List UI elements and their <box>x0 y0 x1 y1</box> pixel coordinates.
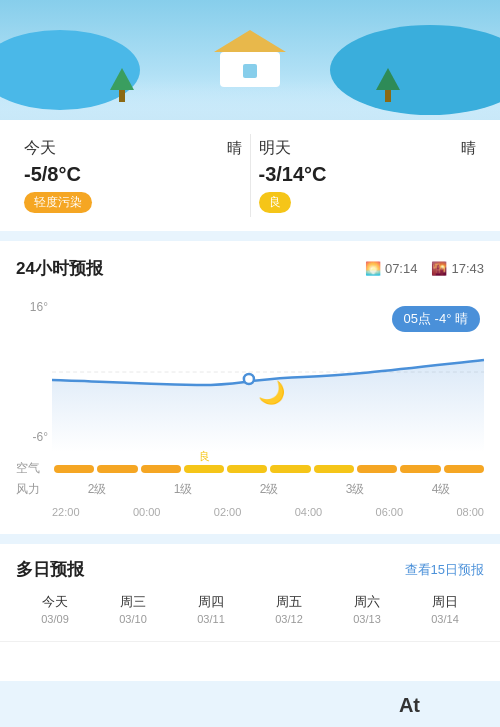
day-date-5: 03/14 <box>406 613 484 625</box>
house-decoration <box>214 30 286 87</box>
aq-bar-6 <box>270 465 310 473</box>
wind-row: 风力 2级 1级 2级 3级 4级 <box>16 481 484 498</box>
multiday-header: 多日预报 查看15日预报 <box>16 558 484 581</box>
time-label-5: 06:00 <box>376 506 404 518</box>
bottom-partial: At <box>0 641 500 681</box>
chart-tooltip: 05点 -4° 晴 <box>392 306 480 332</box>
time-label-2: 00:00 <box>133 506 161 518</box>
wind-label: 风力 <box>16 481 46 498</box>
wind-level-5: 4级 <box>432 481 451 498</box>
multiday-days-row: 今天 03/09 周三 03/10 周四 03/11 周五 03/12 周六 0… <box>16 593 484 627</box>
wind-level-3: 2级 <box>260 481 279 498</box>
tomorrow-card[interactable]: 明天 晴 -3/14°C 良 <box>250 134 485 217</box>
y-label-top: 16° <box>16 300 52 314</box>
today-card[interactable]: 今天 晴 -5/8°C 轻度污染 <box>16 134 250 217</box>
sunset-time: 17:43 <box>451 261 484 276</box>
day-label-3: 周五 <box>250 593 328 611</box>
chart-svg-area: 🌙 05点 -4° 晴 <box>52 292 484 452</box>
tomorrow-temp: -3/14°C <box>259 163 477 186</box>
sunrise-time: 07:14 <box>385 261 418 276</box>
aq-bar-7 <box>314 465 354 473</box>
temperature-chart: 16° -6° <box>16 292 484 452</box>
day-label-1: 周三 <box>94 593 172 611</box>
time-label-6: 08:00 <box>456 506 484 518</box>
time-label-4: 04:00 <box>295 506 323 518</box>
y-label-bottom: -6° <box>16 430 52 444</box>
y-axis: 16° -6° <box>16 292 52 452</box>
today-temp: -5/8°C <box>24 163 242 186</box>
day-col-sat: 周六 03/13 <box>328 593 406 627</box>
day-date-0: 03/09 <box>16 613 94 625</box>
aq-bar-3 <box>141 465 181 473</box>
day-date-4: 03/13 <box>328 613 406 625</box>
tomorrow-condition: 晴 <box>461 139 476 158</box>
svg-point-1 <box>244 374 254 384</box>
weather-today-section: 今天 晴 -5/8°C 轻度污染 明天 晴 -3/14°C 良 <box>0 120 500 231</box>
tomorrow-air-badge: 良 <box>259 192 291 213</box>
aq-bar-5 <box>227 465 267 473</box>
today-label: 今天 <box>24 138 56 159</box>
day-col-today: 今天 03/09 <box>16 593 94 627</box>
wind-level-1: 2级 <box>88 481 107 498</box>
multiday-section: 多日预报 查看15日预报 今天 03/09 周三 03/10 周四 03/11 … <box>0 544 500 641</box>
bottom-at-text: At <box>399 694 420 717</box>
day-label-5: 周日 <box>406 593 484 611</box>
day-col-thu: 周四 03/11 <box>172 593 250 627</box>
sunrise-item: 🌅 07:14 <box>365 261 418 276</box>
aq-bar-4: 良 <box>184 465 224 473</box>
tree-decoration2 <box>376 68 400 102</box>
today-condition: 晴 <box>227 139 242 158</box>
aq-bar-10 <box>444 465 484 473</box>
forecast-header: 24小时预报 🌅 07:14 🌇 17:43 <box>16 257 484 280</box>
day-date-3: 03/12 <box>250 613 328 625</box>
air-quality-row: 空气 良 <box>16 460 484 477</box>
sunset-icon: 🌇 <box>431 261 447 276</box>
day-col-wed: 周三 03/10 <box>94 593 172 627</box>
day-date-2: 03/11 <box>172 613 250 625</box>
time-axis: 22:00 00:00 02:00 04:00 06:00 08:00 <box>16 506 484 518</box>
time-label-1: 22:00 <box>52 506 80 518</box>
day-label-0: 今天 <box>16 593 94 611</box>
tree-decoration <box>110 68 134 102</box>
wind-level-2: 1级 <box>174 481 193 498</box>
day-label-2: 周四 <box>172 593 250 611</box>
aq-bars: 良 <box>54 465 484 473</box>
day-col-fri: 周五 03/12 <box>250 593 328 627</box>
wind-level-4: 3级 <box>346 481 365 498</box>
aq-bar-1 <box>54 465 94 473</box>
forecast-title: 24小时预报 <box>16 257 103 280</box>
day-date-1: 03/10 <box>94 613 172 625</box>
multiday-15day-link[interactable]: 查看15日预报 <box>405 561 484 579</box>
day-label-4: 周六 <box>328 593 406 611</box>
aq-good-label: 良 <box>199 449 210 464</box>
wind-levels: 2级 1级 2级 3级 4级 <box>54 481 484 498</box>
sunrise-icon: 🌅 <box>365 261 381 276</box>
air-quality-label: 空气 <box>16 460 46 477</box>
day-col-sun: 周日 03/14 <box>406 593 484 627</box>
sunset-item: 🌇 17:43 <box>431 261 484 276</box>
tomorrow-label: 明天 <box>259 138 291 159</box>
today-air-badge: 轻度污染 <box>24 192 92 213</box>
aq-bar-9 <box>400 465 440 473</box>
forecast-24h-section: 24小时预报 🌅 07:14 🌇 17:43 16° -6° <box>0 241 500 534</box>
aq-bar-2 <box>97 465 137 473</box>
time-label-3: 02:00 <box>214 506 242 518</box>
aq-bar-8 <box>357 465 397 473</box>
sunrise-sunset-row: 🌅 07:14 🌇 17:43 <box>365 261 484 276</box>
svg-text:🌙: 🌙 <box>258 379 286 406</box>
header-illustration <box>0 0 500 120</box>
multiday-title: 多日预报 <box>16 558 84 581</box>
